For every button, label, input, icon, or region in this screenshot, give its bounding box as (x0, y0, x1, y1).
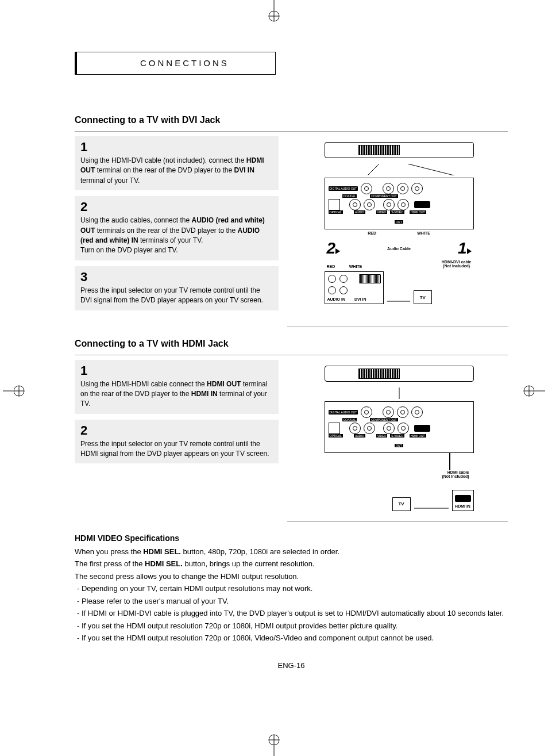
specs-bullet: - Depending on your TV, certain HDMI out… (75, 583, 508, 594)
dvi-in-port-icon (359, 274, 381, 283)
step-text: Using the HDMI-HDMI cable connect the HD… (80, 379, 273, 409)
component-jack-icon (397, 406, 408, 418)
step-block: 2Press the input selector on your TV rem… (75, 420, 279, 464)
divider (287, 521, 508, 522)
dvi-diagram: DIGITAL AUDIO OUT COAXIAL COMPONENT OUT (290, 136, 508, 316)
specs-bullet: - If HDMI or HDMI-DVI cable is plugged i… (75, 608, 508, 619)
arrow-right-icon (467, 248, 472, 254)
hdmi-specs-section: HDMI VIDEO Specifications When you press… (75, 534, 508, 644)
hdmi-heading: Connecting to a TV with HDMI Jack (75, 339, 508, 349)
audio-in-jack-icon (328, 286, 336, 294)
step-text: Press the input selector on your TV remo… (80, 286, 273, 306)
audio-in-jack-icon (339, 275, 348, 283)
step-block: 2Using the audio cables, connect the AUD… (75, 196, 279, 260)
crop-mark-left-icon (3, 379, 26, 402)
video-jack-icon (383, 423, 395, 434)
specs-bullet: - If you set the HDMI output resolution … (75, 632, 508, 644)
hdmi-out-port-icon (414, 425, 430, 432)
component-jack-icon (411, 183, 423, 194)
crop-mark-top-icon (263, 0, 285, 23)
audio-jack-icon (349, 423, 361, 434)
tv-icon: TV (392, 497, 411, 511)
specs-intro-line: When you press the HDMI SEL. button, 480… (75, 546, 508, 558)
specs-bullet: - Please refer to the user's manual of y… (75, 596, 508, 607)
svideo-jack-icon (398, 423, 409, 434)
hdmi-steps-column: 1Using the HDMI-HDMI cable connect the H… (75, 360, 279, 511)
audio-in-jack-icon (339, 286, 348, 294)
divider (287, 327, 508, 327)
specs-bullet: - If you set the HDMI output resolution … (75, 620, 508, 632)
component-jack-icon (383, 406, 394, 418)
step-block: 3Press the input selector on your TV rem… (75, 266, 279, 310)
crop-mark-bottom-icon (263, 733, 285, 756)
svideo-jack-icon (398, 199, 409, 210)
svg-line-17 (408, 164, 454, 175)
component-jack-icon (397, 183, 408, 194)
section-header-tab: CONNECTIONS (75, 52, 276, 75)
audio-jack-icon (349, 199, 361, 210)
specs-heading: HDMI VIDEO Specifications (75, 534, 508, 543)
specs-intro-line: The second press allows you to change th… (75, 571, 508, 582)
tv-icon: TV (414, 290, 432, 304)
step-block: 1Using the HDMI-HDMI cable connect the H… (75, 360, 279, 414)
dvi-steps-column: 1Using the HDMI-DVI cable (not included)… (75, 136, 279, 316)
specs-intro-line: The first press of the HDMI SEL. button,… (75, 558, 508, 570)
arrow-right-icon (335, 248, 340, 254)
audio-jack-icon (364, 423, 375, 434)
hdmi-out-port-icon (414, 201, 430, 208)
svg-line-16 (368, 164, 379, 175)
step-number: 2 (80, 423, 273, 438)
dvi-heading: Connecting to a TV with DVI Jack (75, 115, 508, 125)
section-header-text: CONNECTIONS (140, 58, 229, 68)
step-number: 1 (80, 363, 273, 378)
crop-mark-right-icon (522, 379, 545, 402)
hdmi-diagram: DIGITAL AUDIO OUT COAXIAL COMPONENT OUT (290, 360, 508, 511)
hdmi-in-port-icon (455, 495, 471, 502)
video-jack-icon (383, 199, 395, 210)
step-number: 2 (80, 199, 273, 214)
audio-jack-icon (364, 199, 375, 210)
optical-jack-icon (329, 199, 340, 210)
coaxial-jack-icon (361, 406, 372, 418)
step-number-1: 1 (458, 239, 467, 257)
page-number: ENG-16 (75, 661, 508, 670)
step-text: Using the audio cables, connect the AUDI… (80, 216, 273, 256)
step-number: 1 (80, 140, 273, 155)
step-block: 1Using the HDMI-DVI cable (not included)… (75, 136, 279, 190)
coaxial-jack-icon (361, 183, 372, 194)
step-number-2: 2 (327, 239, 336, 257)
component-jack-icon (411, 406, 423, 418)
audio-in-jack-icon (328, 275, 336, 283)
step-text: Press the input selector on your TV remo… (80, 439, 273, 459)
step-text: Using the HDMI-DVI cable (not included),… (80, 156, 273, 186)
component-jack-icon (383, 183, 394, 194)
optical-jack-icon (329, 423, 340, 434)
step-number: 3 (80, 270, 273, 285)
